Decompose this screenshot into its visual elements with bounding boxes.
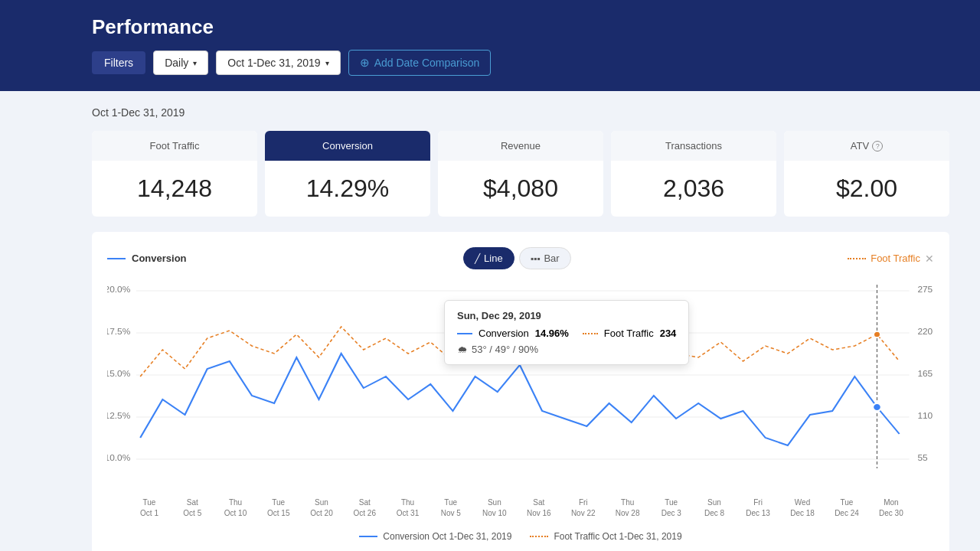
info-icon: ? bbox=[872, 141, 883, 152]
tooltip-weather: 🌧 53° / 49° / 90% bbox=[457, 344, 676, 355]
chart-card: Conversion ╱ Line ▪▪▪ Bar Foot Traffic ✕ bbox=[92, 232, 949, 551]
metric-value-transactions: 2,036 bbox=[611, 161, 776, 217]
tooltip-conversion-icon bbox=[457, 333, 472, 334]
add-comparison-label: Add Date Comparison bbox=[374, 57, 480, 69]
tooltip-conversion-value: 14.96% bbox=[535, 328, 569, 339]
x-label: WedDec 18 bbox=[790, 497, 815, 519]
atv-label: ATV bbox=[851, 140, 869, 152]
metric-card-atv[interactable]: ATV ? $2.00 bbox=[784, 131, 949, 217]
x-label: FriNov 22 bbox=[571, 497, 596, 519]
chart-legend-conversion-label: Conversion bbox=[132, 253, 187, 264]
bottom-legend-foot-traffic: Foot Traffic Oct 1-Dec 31, 2019 bbox=[530, 531, 681, 542]
bottom-conversion-label: Conversion Oct 1-Dec 31, 2019 bbox=[383, 531, 511, 542]
x-label: TueDec 24 bbox=[835, 497, 859, 519]
daily-label: Daily bbox=[165, 57, 188, 69]
metric-value-conversion: 14.29% bbox=[265, 161, 430, 217]
x-label: MonDec 30 bbox=[879, 497, 903, 519]
metric-value-atv: $2.00 bbox=[784, 161, 949, 217]
metric-card-foot-traffic[interactable]: Foot Traffic 14,248 bbox=[92, 131, 257, 217]
line-chart-button[interactable]: ╱ Line bbox=[463, 247, 514, 269]
x-label: SatNov 16 bbox=[527, 497, 551, 519]
x-label: SunNov 10 bbox=[482, 497, 507, 519]
filters-button[interactable]: Filters bbox=[92, 51, 145, 74]
tooltip-date: Sun, Dec 29, 2019 bbox=[457, 310, 676, 321]
line-button-label: Line bbox=[484, 253, 503, 264]
svg-text:220: 220 bbox=[917, 327, 933, 336]
chart-area: 20.0% 17.5% 15.0% 12.5% 10.0% 275 220 16… bbox=[107, 277, 934, 491]
svg-text:15.0%: 15.0% bbox=[107, 369, 130, 378]
page-title: Performance bbox=[92, 15, 949, 39]
svg-text:17.5%: 17.5% bbox=[107, 327, 130, 336]
content-area: Oct 1-Dec 31, 2019 Foot Traffic 14,248 C… bbox=[0, 91, 980, 551]
metric-card-conversion[interactable]: Conversion 14.29% bbox=[265, 131, 430, 217]
add-date-comparison-button[interactable]: ⊕ Add Date Comparison bbox=[348, 50, 492, 76]
x-label: SunOct 20 bbox=[310, 497, 333, 519]
tooltip-foot-traffic-value: 234 bbox=[660, 328, 677, 339]
x-label: ThuOct 31 bbox=[397, 497, 420, 519]
chevron-down-icon: ▾ bbox=[193, 59, 197, 67]
svg-text:275: 275 bbox=[917, 285, 933, 294]
plus-circle-icon: ⊕ bbox=[360, 56, 370, 70]
x-label: TueNov 5 bbox=[439, 497, 462, 519]
metric-header-atv: ATV ? bbox=[784, 131, 949, 161]
bar-chart-icon: ▪▪▪ bbox=[531, 253, 541, 264]
svg-text:110: 110 bbox=[917, 411, 933, 420]
x-label: ThuNov 28 bbox=[616, 497, 640, 519]
chart-legend-foot-traffic: Foot Traffic ✕ bbox=[848, 253, 934, 265]
svg-text:20.0%: 20.0% bbox=[107, 285, 130, 294]
metric-header-conversion: Conversion bbox=[265, 131, 430, 161]
header: Performance Filters Daily ▾ Oct 1-Dec 31… bbox=[0, 0, 980, 91]
chart-bottom-legend: Conversion Oct 1-Dec 31, 2019 Foot Traff… bbox=[107, 531, 934, 542]
bottom-legend-conversion: Conversion Oct 1-Dec 31, 2019 bbox=[359, 531, 511, 542]
bottom-conversion-line-icon bbox=[359, 536, 377, 537]
date-range-dropdown[interactable]: Oct 1-Dec 31, 2019 ▾ bbox=[216, 51, 340, 75]
tooltip-conversion-label: Conversion bbox=[479, 328, 529, 339]
svg-text:165: 165 bbox=[917, 369, 933, 378]
chart-type-controls: ╱ Line ▪▪▪ Bar bbox=[463, 247, 571, 269]
weather-icon: 🌧 bbox=[457, 344, 467, 355]
x-label: FriDec 13 bbox=[746, 497, 770, 519]
foot-traffic-dotted-icon bbox=[848, 258, 866, 259]
svg-point-16 bbox=[873, 403, 881, 411]
weather-value: 53° / 49° / 90% bbox=[472, 344, 538, 355]
svg-text:12.5%: 12.5% bbox=[107, 411, 130, 420]
bottom-foot-traffic-icon bbox=[530, 536, 548, 537]
bottom-foot-traffic-label: Foot Traffic Oct 1-Dec 31, 2019 bbox=[554, 531, 681, 542]
x-label: TueOct 1 bbox=[138, 497, 161, 519]
tooltip-foot-traffic-icon bbox=[583, 333, 598, 334]
tooltip-foot-traffic-label: Foot Traffic bbox=[604, 328, 654, 339]
header-controls: Filters Daily ▾ Oct 1-Dec 31, 2019 ▾ ⊕ A… bbox=[92, 50, 949, 76]
svg-text:55: 55 bbox=[917, 453, 927, 462]
metric-header-transactions: Transactions bbox=[611, 131, 776, 161]
x-label: SunDec 8 bbox=[703, 497, 726, 519]
metric-value-revenue: $4,080 bbox=[438, 161, 603, 217]
metric-value-foot-traffic: 14,248 bbox=[92, 161, 257, 217]
x-label: TueOct 15 bbox=[267, 497, 290, 519]
x-label: ThuOct 10 bbox=[224, 497, 247, 519]
bar-button-label: Bar bbox=[544, 253, 559, 264]
x-label: SatOct 5 bbox=[181, 497, 204, 519]
chart-tooltip: Sun, Dec 29, 2019 Conversion 14.96% Foot… bbox=[444, 300, 689, 365]
metric-header-revenue: Revenue bbox=[438, 131, 603, 161]
x-label: TueDec 3 bbox=[660, 497, 683, 519]
chart-legend-conversion: Conversion bbox=[107, 253, 187, 264]
tooltip-conversion-row: Conversion 14.96% Foot Traffic 234 bbox=[457, 328, 676, 339]
daily-dropdown[interactable]: Daily ▾ bbox=[153, 51, 208, 75]
chart-x-labels: TueOct 1SatOct 5ThuOct 10TueOct 15SunOct… bbox=[107, 493, 934, 519]
metric-card-revenue[interactable]: Revenue $4,080 bbox=[438, 131, 603, 217]
metrics-row: Foot Traffic 14,248 Conversion 14.29% Re… bbox=[92, 131, 949, 217]
metric-header-foot-traffic: Foot Traffic bbox=[92, 131, 257, 161]
remove-foot-traffic-icon[interactable]: ✕ bbox=[925, 253, 934, 265]
chevron-down-icon: ▾ bbox=[325, 59, 329, 67]
svg-text:10.0%: 10.0% bbox=[107, 453, 130, 462]
line-chart-icon: ╱ bbox=[475, 253, 480, 264]
chart-top-bar: Conversion ╱ Line ▪▪▪ Bar Foot Traffic ✕ bbox=[107, 247, 934, 269]
chart-legend-foot-traffic-label: Foot Traffic bbox=[871, 253, 920, 264]
metric-card-transactions[interactable]: Transactions 2,036 bbox=[611, 131, 776, 217]
date-range-label: Oct 1-Dec 31, 2019 bbox=[227, 57, 320, 69]
bar-chart-button[interactable]: ▪▪▪ Bar bbox=[519, 247, 571, 269]
svg-point-17 bbox=[874, 331, 880, 337]
conversion-line-icon bbox=[107, 258, 126, 259]
content-date-range: Oct 1-Dec 31, 2019 bbox=[92, 106, 949, 119]
x-label: SatOct 26 bbox=[353, 497, 376, 519]
